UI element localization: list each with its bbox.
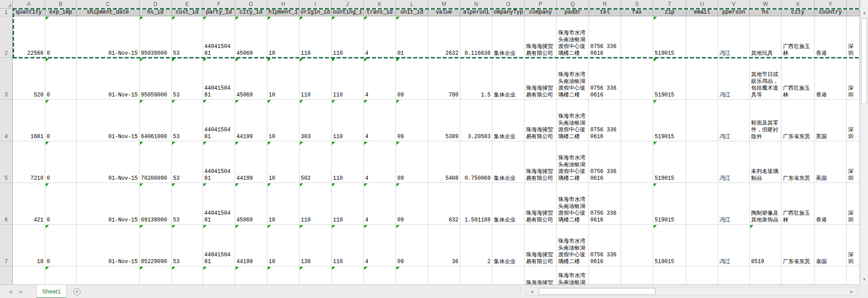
cell-G2[interactable]: 45069 [235, 16, 267, 58]
column-header-E[interactable]: E [172, 0, 203, 9]
header-cell-I1[interactable]: origin_id [299, 9, 332, 16]
cell-R2[interactable]: 0756 3360616 [589, 16, 621, 58]
cell-L8[interactable] [396, 266, 428, 284]
cell-W8[interactable] [750, 266, 781, 284]
cell-A8[interactable] [13, 266, 45, 284]
cell-U5[interactable] [686, 141, 718, 183]
column-header-R[interactable]: R [589, 0, 621, 9]
scroll-down-icon[interactable]: ▼ [860, 275, 868, 284]
cell-F7[interactable]: 4404150481 [203, 225, 235, 266]
cell-O8[interactable] [492, 266, 525, 284]
cell-J4[interactable]: 110 [332, 100, 364, 141]
worksheet-grid[interactable]: ABCDEFGHIJKLMNOPQRSTUVWXY1quantityexp_im… [0, 0, 860, 284]
cell-W4[interactable]: 鞋面及其零件，但硬衬除外 [750, 100, 781, 141]
cell-M8[interactable] [428, 266, 460, 284]
column-header-P[interactable]: P [525, 0, 557, 9]
cell-W3[interactable]: 其他节日或娱乐用品，包括魔术道具等 [750, 58, 781, 100]
cell-R7[interactable]: 0756 3360616 [589, 225, 621, 266]
scroll-left-icon[interactable]: ◄ [527, 288, 537, 295]
cell-P4[interactable]: 珠海海骏贸易有限公司 [525, 100, 557, 141]
cell-W6[interactable]: 陶制塑像及其他装饰品 [750, 183, 781, 225]
cell-N6[interactable]: 1.501188 [460, 183, 492, 225]
cell-W7[interactable]: 8519 [750, 225, 781, 266]
cell-G7[interactable]: 44199 [235, 225, 267, 266]
cell-E2[interactable]: 53 [172, 16, 203, 58]
cell-X4[interactable]: 广东省东莞 [781, 100, 815, 141]
cell-X7[interactable]: 广东省东莞 [781, 225, 815, 266]
cell-L2[interactable]: 01 [396, 16, 428, 58]
sheet-tab-active[interactable]: Sheet1 [36, 285, 67, 298]
cell-E4[interactable]: 53 [172, 100, 203, 141]
cell-M7[interactable]: 36 [428, 225, 460, 266]
header-cell-R1[interactable]: tel [589, 9, 621, 16]
cell-V3[interactable]: 冯江 [718, 58, 750, 100]
cell-A3[interactable]: 520 [13, 58, 45, 100]
scroll-up-icon[interactable]: ▲ [860, 9, 868, 17]
cell-M6[interactable]: 632 [428, 183, 460, 225]
cell-J8[interactable] [332, 266, 364, 284]
column-header-W[interactable]: W [750, 0, 781, 9]
add-sheet-button[interactable]: + [73, 288, 81, 295]
cell-R3[interactable]: 0756 3360616 [589, 58, 621, 100]
cell-I7[interactable]: 136 [299, 225, 332, 266]
cell-N7[interactable]: 2 [460, 225, 492, 266]
cell-U4[interactable] [686, 100, 718, 141]
cell-I5[interactable]: 502 [299, 141, 332, 183]
cell-T3[interactable]: 519015 [653, 58, 686, 100]
horizontal-scrollbar[interactable]: ◄ ► [526, 287, 857, 296]
cell-N3[interactable]: 1.5 [460, 58, 492, 100]
cell-W2[interactable]: 其他玩具 [750, 16, 781, 58]
cell-L4[interactable]: 09 [396, 100, 428, 141]
cell-J3[interactable]: 110 [332, 58, 364, 100]
cell-N4[interactable]: 3.20583 [460, 100, 492, 141]
cell-K8[interactable] [364, 266, 396, 284]
cell-P8[interactable]: 珠海海骏贸易有限公司 [525, 266, 557, 284]
cell-S6[interactable] [621, 183, 653, 225]
header-cell-O1[interactable]: ompanyTyp [492, 9, 525, 16]
cell-N5[interactable]: 0.750069 [460, 141, 492, 183]
header-cell-F1[interactable]: party_id [203, 9, 235, 16]
cell-Q5[interactable]: 珠海市水湾头南油银湖渡假中心玻璃楼二楼 [557, 141, 589, 183]
cell-H2[interactable]: 10 [267, 16, 299, 58]
cell-G5[interactable]: 44199 [235, 141, 267, 183]
header-cell-D1[interactable]: hs_id [140, 9, 172, 16]
cell-S3[interactable] [621, 58, 653, 100]
header-cell-K1[interactable]: trans_id [364, 9, 396, 16]
cell-U6[interactable] [686, 183, 718, 225]
cell-B5[interactable]: 0 [45, 141, 77, 183]
column-header-N[interactable]: N [460, 0, 492, 9]
cell-G3[interactable]: 45069 [235, 58, 267, 100]
header-cell-J1[interactable]: ounting_i [332, 9, 364, 16]
cell-C4[interactable]: 01-Nov-15 [77, 100, 140, 141]
cell-P6[interactable]: 珠海海骏贸易有限公司 [525, 183, 557, 225]
row-header-2[interactable]: 2 [0, 16, 13, 58]
cell-G8[interactable] [235, 266, 267, 284]
cell-Y5[interactable]: 美国 [815, 141, 847, 183]
row-header-8[interactable]: 8 [0, 266, 13, 284]
column-header-C[interactable]: C [77, 0, 140, 9]
column-header-partial[interactable] [847, 0, 860, 9]
header-cell-A1[interactable]: quantity [13, 9, 45, 16]
header-cell-E1[interactable]: cust_id [172, 9, 203, 16]
cell-C7[interactable]: 01-Nov-15 [77, 225, 140, 266]
header-cell-N1[interactable]: alperuni [460, 9, 492, 16]
cell-Y8[interactable] [815, 266, 847, 284]
cell-R6[interactable]: 0756 3360616 [589, 183, 621, 225]
header-cell-P1[interactable]: company [525, 9, 557, 16]
column-header-I[interactable]: I [299, 0, 332, 9]
cell-F3[interactable]: 4404150481 [203, 58, 235, 100]
cell-P2[interactable]: 珠海海骏贸易有限公司 [525, 16, 557, 58]
cell-O6[interactable]: 集体企业 [492, 183, 525, 225]
column-header-O[interactable]: O [492, 0, 525, 9]
cell-H7[interactable]: 10 [267, 225, 299, 266]
cell-A7[interactable]: 18 [13, 225, 45, 266]
header-cell-T1[interactable]: zip [653, 9, 686, 16]
cell-I4[interactable]: 303 [299, 100, 332, 141]
cell-A2[interactable]: 22566 [13, 16, 45, 58]
cell-E8[interactable] [172, 266, 203, 284]
cell-T6[interactable]: 519015 [653, 183, 686, 225]
cell-Z2[interactable]: 深圳 [847, 16, 860, 58]
header-cell-Q1[interactable]: paddr [557, 9, 589, 16]
header-cell-L1[interactable]: unit_id [396, 9, 428, 16]
cell-X3[interactable]: 广西壮族玉林 [781, 58, 815, 100]
